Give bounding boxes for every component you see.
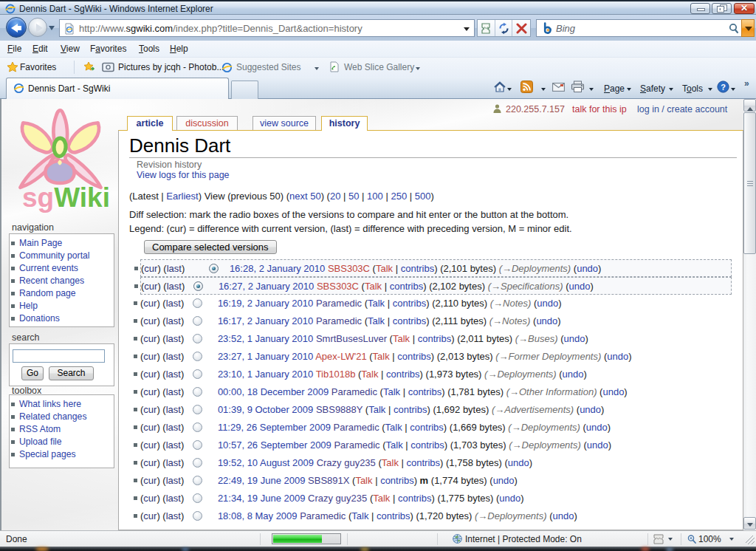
compat-caret[interactable] xyxy=(668,538,673,543)
last-link[interactable]: last xyxy=(166,493,181,504)
home-caret[interactable] xyxy=(507,88,512,93)
sidebar-link-current-events[interactable]: Current events xyxy=(19,263,78,273)
menu-tools[interactable]: Tools xyxy=(139,44,159,54)
zoom-level[interactable]: 100% xyxy=(698,534,721,544)
revision-radio[interactable] xyxy=(193,316,202,326)
cur-link[interactable]: cur xyxy=(143,475,157,486)
undo-link[interactable]: undo xyxy=(493,475,515,486)
toolbar-overflow-chevron[interactable]: » xyxy=(744,78,749,89)
user-contribs-link[interactable]: contribs xyxy=(418,333,452,344)
close-button[interactable]: ✕ xyxy=(734,3,755,14)
cur-link[interactable]: cur xyxy=(143,298,157,309)
last-link[interactable]: last xyxy=(166,510,181,521)
favorites-star-icon[interactable] xyxy=(7,61,18,75)
scrollbar-thumb[interactable] xyxy=(743,112,756,254)
wiki-tab-discussion[interactable]: discussion xyxy=(176,116,238,130)
sgwiki-logo[interactable]: sgWiki xyxy=(12,103,112,215)
help-caret[interactable] xyxy=(731,88,735,93)
revision-radio[interactable] xyxy=(193,369,202,379)
last-link[interactable]: last xyxy=(166,422,181,433)
last-link[interactable]: last xyxy=(166,475,181,486)
revision-time-link[interactable]: 16:17, 2 January 2010 xyxy=(218,315,313,326)
user-link[interactable]: SmrtBusesLuver xyxy=(316,333,387,344)
print-icon[interactable] xyxy=(571,81,585,95)
user-contribs-link[interactable]: contribs xyxy=(408,386,442,397)
pager-link[interactable]: 100 xyxy=(367,191,383,202)
revision-radio[interactable] xyxy=(193,298,202,308)
menu-favorites[interactable]: Favorites xyxy=(90,44,126,54)
revision-time-link[interactable]: 23:27, 1 January 2010 xyxy=(218,351,313,362)
user-link[interactable]: SBS9888Y xyxy=(316,404,362,415)
undo-link[interactable]: undo xyxy=(569,281,591,292)
undo-link[interactable]: undo xyxy=(508,457,529,468)
undo-link[interactable]: undo xyxy=(553,510,574,521)
user-talk-link[interactable]: Talk xyxy=(368,298,385,309)
user-link[interactable]: Crazy guy235 xyxy=(317,457,376,468)
revision-radio[interactable] xyxy=(193,387,202,397)
user-contribs-link[interactable]: contribs xyxy=(377,510,410,521)
pager-link[interactable]: 50 xyxy=(348,191,359,202)
compatibility-status-icon[interactable] xyxy=(653,534,664,547)
undo-link[interactable]: undo xyxy=(563,333,585,344)
user-contribs-link[interactable]: contribs xyxy=(393,315,427,326)
toolbox-link-what-links-here[interactable]: What links here xyxy=(19,399,81,409)
cur-link[interactable]: cur xyxy=(144,281,157,292)
vertical-scrollbar[interactable] xyxy=(743,99,756,530)
user-link[interactable]: Paramedic xyxy=(300,510,346,521)
user-contribs-link[interactable]: contribs xyxy=(410,439,444,451)
safety-menu-caret[interactable] xyxy=(669,88,673,93)
user-talk-link[interactable]: Talk xyxy=(365,281,382,292)
revision-radio[interactable] xyxy=(193,476,202,485)
page-menu-caret[interactable] xyxy=(627,88,631,93)
user-contribs-link[interactable]: contribs xyxy=(390,281,424,292)
cur-link[interactable]: cur xyxy=(143,369,157,380)
user-link[interactable]: Paramedic xyxy=(316,315,362,326)
compare-selected-versions-button[interactable]: Compare selected versions xyxy=(144,240,277,254)
sidebar-link-recent-changes[interactable]: Recent changes xyxy=(19,276,84,286)
sidebar-link-donations[interactable]: Donations xyxy=(19,313,60,324)
home-icon[interactable] xyxy=(493,81,506,96)
search-icon[interactable] xyxy=(727,22,740,38)
last-link[interactable]: last xyxy=(166,351,181,362)
user-contribs-link[interactable]: contribs xyxy=(407,457,441,468)
revision-radio[interactable] xyxy=(193,458,202,468)
add-favorite-icon[interactable] xyxy=(83,61,96,75)
undo-link[interactable]: undo xyxy=(586,422,608,433)
last-link[interactable]: last xyxy=(166,439,181,451)
suggested-sites-caret[interactable] xyxy=(315,67,319,72)
revision-time-link[interactable]: 16:28, 2 January 2010 xyxy=(230,263,325,274)
user-link[interactable]: Paramedic xyxy=(316,298,362,309)
user-talk-link[interactable]: Talk xyxy=(373,493,390,504)
last-link[interactable]: last xyxy=(166,404,181,415)
undo-link[interactable]: undo xyxy=(499,493,520,504)
wiki-tab-article[interactable]: article xyxy=(127,116,173,131)
back-button[interactable] xyxy=(6,17,27,38)
user-link[interactable]: Paramedic xyxy=(334,439,379,451)
revision-time-link[interactable]: 21:34, 19 June 2009 xyxy=(218,493,306,504)
last-link[interactable]: last xyxy=(167,263,182,274)
user-link[interactable]: SBS891X xyxy=(308,475,349,486)
revision-radio[interactable] xyxy=(193,511,202,521)
revision-time-link[interactable]: 19:52, 10 August 2009 xyxy=(218,457,314,468)
web-slice-caret[interactable] xyxy=(416,67,420,72)
cur-link[interactable]: cur xyxy=(143,439,157,451)
menu-edit[interactable]: Edit xyxy=(32,44,48,54)
user-talk-link[interactable]: Talk xyxy=(382,457,399,468)
user-contribs-link[interactable]: contribs xyxy=(394,404,427,415)
user-link[interactable]: Paramedic xyxy=(334,422,379,433)
revision-radio[interactable] xyxy=(193,422,202,432)
sidebar-link-main-page[interactable]: Main Page xyxy=(19,238,62,248)
user-link[interactable]: Tib1018b xyxy=(316,369,356,380)
revision-time-link[interactable]: 01:39, 9 October 2009 xyxy=(218,404,313,415)
user-talk-link[interactable]: Talk xyxy=(373,351,390,362)
user-link[interactable]: SBS303C xyxy=(328,263,370,274)
user-link[interactable]: Crazy guy235 xyxy=(308,493,367,504)
revision-time-link[interactable]: 23:10, 1 January 2010 xyxy=(218,369,313,380)
pager-link[interactable]: 250 xyxy=(391,191,407,202)
last-link[interactable]: last xyxy=(166,386,181,397)
sidebar-link-help[interactable]: Help xyxy=(19,301,38,311)
search-box[interactable]: Bing xyxy=(536,19,755,37)
search-button[interactable]: Search xyxy=(49,366,94,380)
undo-link[interactable]: undo xyxy=(563,369,584,380)
go-button[interactable]: Go xyxy=(21,366,44,380)
